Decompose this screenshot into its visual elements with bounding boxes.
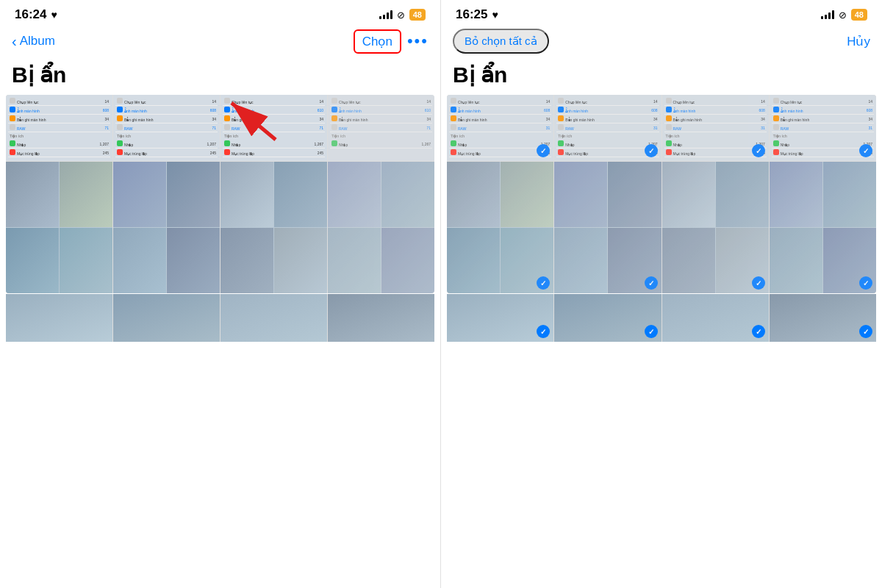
bottom-select-1[interactable]: ✓ — [537, 325, 550, 338]
photo-cell[interactable] — [167, 228, 220, 293]
time-right: 16:25 — [456, 7, 487, 22]
chevron-back-icon: ‹ — [12, 34, 17, 49]
photo-cell[interactable] — [60, 162, 112, 227]
bottom-photo-row-left — [6, 294, 434, 342]
heart-icon-left: ♥ — [51, 9, 57, 21]
photo-cell[interactable] — [113, 162, 166, 227]
page-title-left: Bị ẩn — [0, 59, 440, 95]
nav-right-left: Chọn ••• — [354, 29, 429, 54]
photo-cell[interactable] — [274, 162, 327, 227]
photo-area-r3: ✓ — [662, 162, 769, 293]
grid-col-r1: Chụp liên tục14 Ảnh màn hình608 Bản ghi … — [447, 95, 553, 293]
right-phone-panel: 16:25 ♥ ⊘ 48 Bỏ chọn tất cả Hủy Bị ẩn Ch… — [441, 0, 882, 588]
bottom-photo-row-right: ✓ ✓ ✓ ✓ — [447, 294, 876, 342]
grid-col-1: Chụp liên tục14 Ảnh màn hình608 Bản ghi … — [6, 95, 112, 293]
content-area-left: Chụp liên tục14 Ảnh màn hình608 Bản ghi … — [6, 95, 434, 293]
bottom-photo-r1[interactable]: ✓ — [447, 294, 553, 342]
photo-cell-r[interactable] — [823, 162, 876, 227]
status-right-left: ⊘ 48 — [379, 9, 426, 21]
bottom-photo-r2[interactable]: ✓ — [554, 294, 661, 342]
photo-cell-r[interactable] — [447, 228, 500, 293]
photo-area-1 — [6, 162, 112, 293]
photo-cell-r[interactable] — [608, 162, 661, 227]
album-list-r3[interactable]: Chụp liên tục14 Ảnh màn hình608 Bản ghi … — [662, 95, 769, 161]
grid-col-4: Chụp liên tục14 Ảnh màn hình610 Bản ghi … — [328, 95, 434, 293]
nav-bar-left: ‹ Album Chọn ••• — [0, 26, 440, 59]
select-check-4[interactable]: ✓ — [859, 144, 872, 157]
photo-cell[interactable] — [6, 228, 59, 293]
cancel-button[interactable]: Hủy — [847, 34, 870, 49]
more-button-left[interactable]: ••• — [407, 32, 429, 51]
photo-cell-r[interactable] — [662, 228, 715, 293]
photo-cell[interactable] — [113, 228, 166, 293]
status-time-right: 16:25 ♥ — [456, 7, 498, 22]
album-list-4[interactable]: Chụp liên tục14 Ảnh màn hình610 Bản ghi … — [328, 95, 434, 161]
status-bar-left: 16:24 ♥ ⊘ 48 — [0, 0, 440, 26]
photo-grid-right: Chụp liên tục14 Ảnh màn hình608 Bản ghi … — [447, 95, 876, 293]
back-label: Album — [20, 34, 55, 49]
grid-col-2: Chụp liên tục14 Ảnh màn hình608 Bản ghi … — [113, 95, 220, 293]
album-list-1[interactable]: Chụp liên tục14 Ảnh màn hình608 Bản ghi … — [6, 95, 112, 161]
photo-cell-r[interactable] — [447, 162, 500, 227]
signal-icon-right — [821, 10, 834, 19]
select-check-2[interactable]: ✓ — [645, 144, 658, 157]
photo-cell-r[interactable] — [716, 162, 769, 227]
bottom-photo-r4[interactable]: ✓ — [770, 294, 876, 342]
grid-col-3: Chụp liên tục14 Ảnh màn hình610 Bản ghi … — [220, 95, 327, 293]
select-check-3[interactable]: ✓ — [752, 144, 765, 157]
photo-area-r2: ✓ — [554, 162, 661, 293]
photo-cell-r[interactable] — [554, 162, 607, 227]
album-list-2[interactable]: Chụp liên tục14 Ảnh màn hình608 Bản ghi … — [113, 95, 220, 161]
status-bar-right: 16:25 ♥ ⊘ 48 — [441, 0, 882, 26]
select-check-bottom-3[interactable]: ✓ — [752, 276, 765, 290]
bottom-photo-3[interactable] — [220, 294, 327, 342]
nav-bar-right: Bỏ chọn tất cả Hủy — [441, 26, 882, 59]
deselect-all-button[interactable]: Bỏ chọn tất cả — [453, 29, 549, 54]
content-area-right: Chụp liên tục14 Ảnh màn hình608 Bản ghi … — [447, 95, 876, 293]
photo-cell[interactable] — [274, 228, 327, 293]
battery-left: 48 — [409, 9, 426, 21]
album-list-r1[interactable]: Chụp liên tục14 Ảnh màn hình608 Bản ghi … — [447, 95, 553, 161]
grid-col-r4: Chụp liên tục14 Ảnh màn hình608 Bản ghi … — [770, 95, 876, 293]
photo-cell-r[interactable] — [770, 228, 822, 293]
select-check-bottom-4[interactable]: ✓ — [859, 276, 872, 290]
photo-cell[interactable] — [220, 162, 273, 227]
grid-col-r3: Chụp liên tục14 Ảnh màn hình608 Bản ghi … — [662, 95, 769, 293]
album-list-3[interactable]: Chụp liên tục14 Ảnh màn hình610 Bản ghi … — [220, 95, 327, 161]
signal-icon-left — [379, 10, 392, 19]
album-list-r2[interactable]: Chụp liên tục14 Ảnh màn hình608 Bản ghi … — [554, 95, 661, 161]
select-check-bottom-2[interactable]: ✓ — [645, 276, 658, 290]
heart-icon-right: ♥ — [492, 9, 498, 21]
photo-cell-r[interactable] — [501, 162, 553, 227]
photo-cell[interactable] — [381, 228, 434, 293]
bottom-photo-4[interactable] — [328, 294, 434, 342]
battery-right: 48 — [851, 9, 867, 21]
photo-cell[interactable] — [328, 228, 381, 293]
bottom-select-2[interactable]: ✓ — [645, 325, 658, 338]
status-time-left: 16:24 ♥ — [15, 7, 57, 22]
photo-cell[interactable] — [220, 228, 273, 293]
album-list-r4[interactable]: Chụp liên tục14 Ảnh màn hình608 Bản ghi … — [770, 95, 876, 161]
bottom-select-4[interactable]: ✓ — [859, 325, 872, 338]
bottom-select-3[interactable]: ✓ — [752, 325, 765, 338]
photo-cell[interactable] — [60, 228, 112, 293]
photo-cell[interactable] — [167, 162, 220, 227]
photo-cell[interactable] — [328, 162, 381, 227]
photo-area-3 — [220, 162, 327, 293]
photo-area-4 — [328, 162, 434, 293]
photo-grid-left: Chụp liên tục14 Ảnh màn hình608 Bản ghi … — [6, 95, 434, 293]
photo-area-r4: ✓ — [770, 162, 876, 293]
photo-cell[interactable] — [381, 162, 434, 227]
bottom-photo-1[interactable] — [6, 294, 112, 342]
photo-cell-r[interactable] — [554, 228, 607, 293]
photo-cell-r[interactable] — [770, 162, 822, 227]
chon-button[interactable]: Chọn — [354, 29, 401, 54]
time-left: 16:24 — [15, 7, 46, 22]
status-right-right: ⊘ 48 — [821, 9, 867, 21]
photo-cell[interactable] — [6, 162, 59, 227]
bottom-photo-r3[interactable]: ✓ — [662, 294, 769, 342]
back-button-left[interactable]: ‹ Album — [12, 34, 55, 49]
wifi-icon-left: ⊘ — [397, 10, 405, 21]
bottom-photo-2[interactable] — [113, 294, 220, 342]
photo-cell-r[interactable] — [662, 162, 715, 227]
